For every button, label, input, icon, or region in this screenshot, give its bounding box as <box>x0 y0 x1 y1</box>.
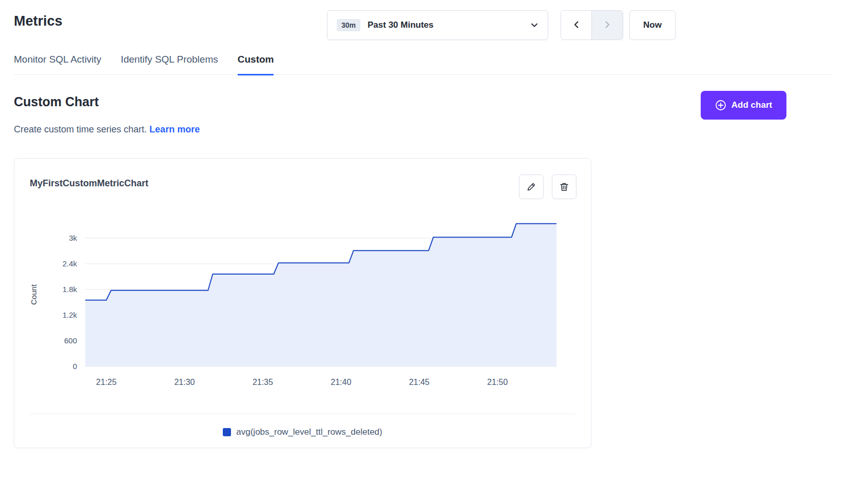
section-description: Create custom time series chart. Learn m… <box>14 124 200 135</box>
section-description-text: Create custom time series chart. <box>14 124 147 134</box>
svg-text:1.8k: 1.8k <box>63 285 78 294</box>
svg-text:21:30: 21:30 <box>174 378 195 386</box>
svg-text:21:50: 21:50 <box>487 378 508 386</box>
tab-bar: Monitor SQL Activity Identify SQL Proble… <box>14 51 833 75</box>
page-title: Metrics <box>14 13 63 29</box>
legend-label: avg(jobs_row_level_ttl_rows_deleted) <box>236 427 382 437</box>
section-heading: Custom Chart <box>14 94 99 109</box>
tab-custom[interactable]: Custom <box>238 51 274 75</box>
svg-text:21:35: 21:35 <box>253 378 273 386</box>
tab-monitor-sql-activity[interactable]: Monitor SQL Activity <box>14 51 101 75</box>
add-chart-label: Add chart <box>732 100 772 110</box>
chevron-left-icon <box>572 20 581 31</box>
y-axis-title: Count <box>29 284 38 305</box>
now-button[interactable]: Now <box>629 10 676 40</box>
x-axis-labels: 21:2521:3021:3521:4021:4521:50 <box>96 378 508 386</box>
chart-actions <box>519 175 576 199</box>
svg-text:3k: 3k <box>69 234 77 242</box>
series-area <box>85 224 556 366</box>
chart-plot[interactable]: 06001.2k1.8k2.4k3k21:2521:3021:3521:4021… <box>14 210 592 400</box>
chart-title: MyFirstCustomMetricChart <box>30 178 148 189</box>
time-range-select[interactable]: 30m Past 30 Minutes <box>327 10 548 40</box>
edit-chart-button[interactable] <box>519 175 544 199</box>
svg-text:21:45: 21:45 <box>409 378 430 386</box>
plus-circle-icon <box>715 100 726 111</box>
custom-chart-card: MyFirstCustomMetricChart 06001.2k1.8k2.4… <box>14 158 591 448</box>
svg-text:2.4k: 2.4k <box>63 259 78 268</box>
learn-more-link[interactable]: Learn more <box>149 124 200 134</box>
tab-identify-sql-problems[interactable]: Identify SQL Problems <box>121 51 218 75</box>
time-range-badge: 30m <box>337 19 360 31</box>
time-forward-button[interactable] <box>592 11 623 40</box>
legend-swatch <box>223 428 231 436</box>
svg-text:21:25: 21:25 <box>96 378 117 386</box>
trash-icon <box>559 182 569 192</box>
time-back-button[interactable] <box>561 11 592 40</box>
chart-legend: avg(jobs_row_level_ttl_rows_deleted) <box>14 427 591 437</box>
svg-text:600: 600 <box>64 336 77 345</box>
svg-text:21:40: 21:40 <box>331 378 351 386</box>
add-chart-button[interactable]: Add chart <box>701 91 786 120</box>
chevron-down-icon <box>530 21 538 29</box>
time-nav-group <box>561 10 623 40</box>
metrics-page: Metrics 30m Past 30 Minutes Now Monitor … <box>0 0 847 504</box>
time-range-label: Past 30 Minutes <box>368 20 434 30</box>
pencil-icon <box>526 182 536 192</box>
legend-separator <box>30 414 575 414</box>
delete-chart-button[interactable] <box>552 175 576 199</box>
y-axis-labels: 06001.2k1.8k2.4k3k <box>63 234 78 371</box>
svg-text:1.2k: 1.2k <box>63 311 78 319</box>
svg-text:0: 0 <box>73 362 77 371</box>
chevron-right-icon <box>603 20 612 31</box>
